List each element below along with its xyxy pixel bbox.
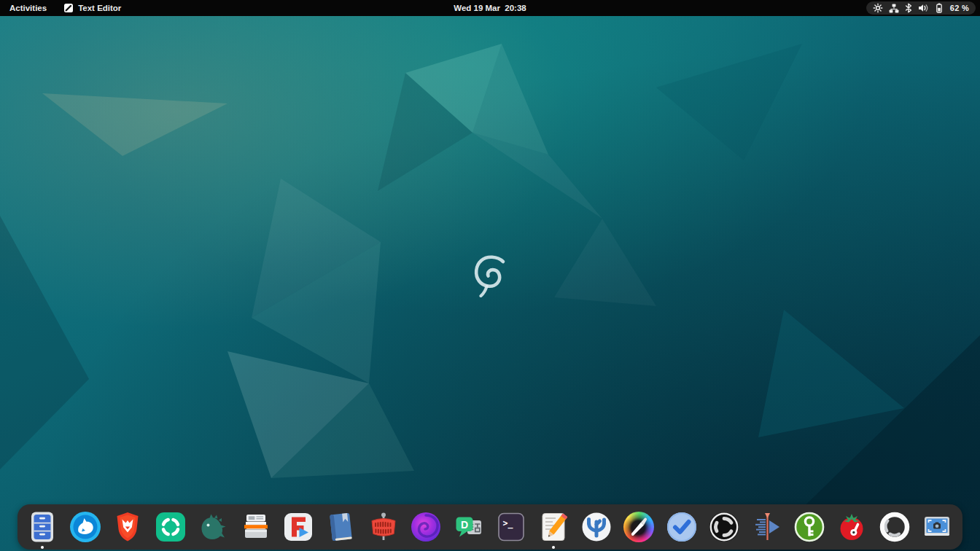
dock-item-dino[interactable] bbox=[195, 509, 230, 544]
text-editor-pencil-icon bbox=[536, 509, 571, 544]
dock-item-files[interactable] bbox=[25, 509, 60, 544]
dock-item-solaar[interactable] bbox=[877, 509, 912, 544]
top-bar: Activities Text Editor Wed 19 Mar 20:38 bbox=[0, 0, 980, 16]
dock-item-tasks[interactable] bbox=[664, 509, 699, 544]
dock: D >_ bbox=[18, 504, 962, 550]
console-terminal-icon: >_ bbox=[494, 509, 529, 544]
dock-item-coral[interactable] bbox=[579, 509, 614, 544]
dock-item-book[interactable] bbox=[323, 509, 358, 544]
dialect-letter: D bbox=[461, 519, 468, 531]
file-manager-cabinet-icon bbox=[25, 509, 60, 544]
top-bar-left: Activities Text Editor bbox=[0, 0, 128, 16]
dock-item-keepassxc[interactable] bbox=[792, 509, 827, 544]
fractal-purple-swirl-icon bbox=[408, 509, 443, 544]
desktop: Activities Text Editor Wed 19 Mar 20:38 bbox=[0, 0, 980, 551]
dock-item-newsflash[interactable] bbox=[238, 509, 273, 544]
dino-messenger-icon bbox=[195, 509, 230, 544]
dialect-translator-icon: D bbox=[451, 509, 486, 544]
coral-white-circle-icon bbox=[579, 509, 614, 544]
dock-item-obs[interactable] bbox=[707, 509, 742, 544]
dock-item-librewolf[interactable] bbox=[68, 509, 103, 544]
dock-item-red-grill[interactable] bbox=[366, 509, 401, 544]
dock-item-krita[interactable] bbox=[621, 509, 656, 544]
dock-item-solanum[interactable] bbox=[834, 509, 869, 544]
terminal-prompt: >_ bbox=[503, 518, 513, 529]
element-green-swirl-icon bbox=[153, 509, 188, 544]
system-tray[interactable]: 62 % bbox=[866, 1, 976, 15]
clock[interactable]: Wed 19 Mar 20:38 bbox=[454, 4, 526, 12]
dock-item-console[interactable]: >_ bbox=[494, 509, 529, 544]
screenshot-tool-icon bbox=[919, 509, 954, 544]
krita-paintbrush-icon bbox=[623, 511, 655, 543]
dock-item-brave[interactable] bbox=[110, 509, 145, 544]
dock-item-freetube[interactable] bbox=[281, 509, 316, 544]
wired-network-icon bbox=[889, 4, 899, 13]
battery-icon bbox=[934, 3, 944, 13]
focused-app-menu[interactable]: Text Editor bbox=[56, 0, 128, 16]
focused-app-label: Text Editor bbox=[78, 4, 121, 12]
librewolf-wolf-circle-icon bbox=[68, 509, 103, 544]
freetube-play-icon bbox=[281, 509, 316, 544]
tasks-blue-check-icon bbox=[664, 509, 699, 544]
text-editor-icon bbox=[63, 3, 74, 13]
solaar-ring-icon bbox=[877, 509, 912, 544]
kdenlive-timeline-play-icon bbox=[750, 509, 785, 544]
running-indicator bbox=[552, 546, 555, 549]
wallpaper bbox=[0, 0, 980, 551]
dock-item-element[interactable] bbox=[153, 509, 188, 544]
activities-button[interactable]: Activities bbox=[0, 0, 56, 16]
battery-percent: 62 % bbox=[950, 4, 969, 12]
blue-book-reader-icon bbox=[323, 509, 358, 544]
newsflash-newspapers-icon bbox=[238, 509, 273, 544]
red-grill-panel-icon bbox=[366, 509, 401, 544]
solanum-tomato-timer-icon bbox=[834, 509, 869, 544]
dock-item-text-editor[interactable] bbox=[536, 509, 571, 544]
volume-icon bbox=[918, 3, 928, 13]
running-indicator bbox=[41, 546, 44, 549]
dock-item-dialect[interactable]: D bbox=[451, 509, 486, 544]
dock-item-kdenlive[interactable] bbox=[750, 509, 785, 544]
brightness-sun-icon bbox=[873, 3, 883, 13]
keepassxc-key-icon bbox=[792, 509, 827, 544]
bluetooth-icon bbox=[905, 3, 912, 13]
dock-item-fractal[interactable] bbox=[408, 509, 443, 544]
obs-studio-shutter-icon bbox=[707, 509, 742, 544]
dock-item-screenshot[interactable] bbox=[919, 509, 954, 544]
brave-lion-shield-icon bbox=[110, 509, 145, 544]
debian-swirl-logo bbox=[471, 252, 510, 297]
